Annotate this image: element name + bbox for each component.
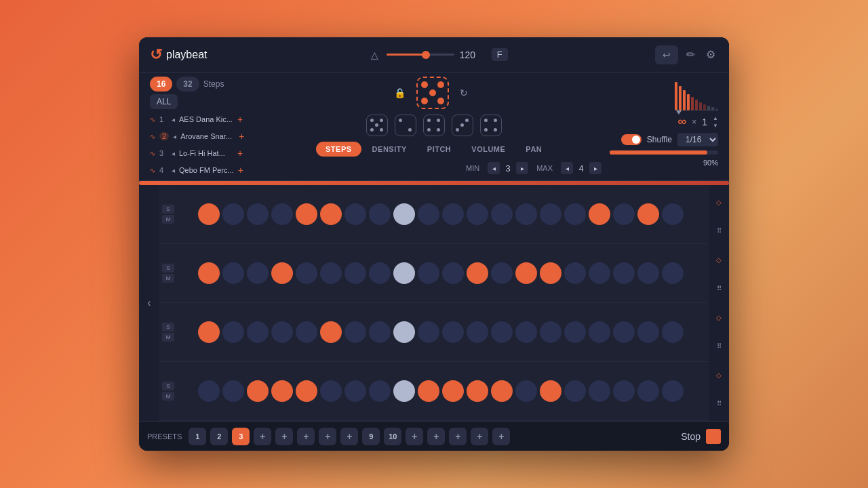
beat-1-5[interactable] [296,203,317,225]
beat-3-19[interactable] [637,321,659,343]
beat-2-6[interactable] [320,262,342,284]
preset-add-9[interactable]: + [471,428,488,445]
beat-1-13[interactable] [491,203,513,225]
refresh-icon[interactable]: ↻ [460,87,468,98]
mute-btn-4[interactable]: M [162,392,174,401]
beat-3-8[interactable] [369,321,391,343]
lock-icon[interactable]: 🔒 [394,87,406,98]
mute-btn-1[interactable]: M [162,215,174,224]
beat-3-11[interactable] [442,321,464,343]
beat-3-5[interactable] [296,321,317,343]
mute-btn-3[interactable]: M [162,333,174,342]
beat-2-8[interactable] [369,262,391,284]
beat-1-18[interactable] [613,203,635,225]
beat-4-11[interactable] [442,380,464,402]
beat-3-16[interactable] [564,321,586,343]
beat-1-16[interactable] [564,203,586,225]
beat-3-17[interactable] [589,321,610,343]
dice-steps[interactable] [366,115,388,136]
track-add-2[interactable]: + [239,131,244,142]
dice-pan[interactable] [480,115,502,136]
beat-1-20[interactable] [662,203,684,225]
beat-4-6[interactable] [320,380,342,402]
beat-2-11[interactable] [442,262,464,284]
beat-3-14[interactable] [515,321,537,343]
diamond-icon-1[interactable]: ◇ [716,199,722,206]
beat-1-14[interactable] [515,203,537,225]
all-button[interactable]: ALL [150,94,178,109]
dice-density[interactable] [395,115,416,136]
beat-4-2[interactable] [222,380,244,402]
beat-2-14[interactable] [515,262,537,284]
beat-1-15[interactable] [540,203,561,225]
key-badge[interactable]: F [492,48,508,61]
beat-2-19[interactable] [637,262,659,284]
diamond-icon-3[interactable]: ◇ [716,314,722,321]
preset-add-8[interactable]: + [449,428,467,445]
beat-3-9[interactable] [393,321,415,343]
loop-up-button[interactable]: ▲ [713,115,718,121]
grid-icon-4[interactable]: ⠿ [717,400,722,407]
beat-4-20[interactable] [662,380,684,402]
beat-4-16[interactable] [564,380,586,402]
min-dec-button[interactable]: ◂ [488,162,500,174]
track-add-4[interactable]: + [238,165,243,176]
shuffle-toggle[interactable] [621,134,642,145]
track-prev-3[interactable]: ◂ [172,150,175,157]
beat-1-17[interactable] [589,203,610,225]
track-prev-4[interactable]: ◂ [172,167,175,174]
beat-1-10[interactable] [418,203,439,225]
beat-3-6[interactable] [320,321,342,343]
preset-add-7[interactable]: + [427,428,445,445]
preset-add-2[interactable]: + [275,428,293,445]
solo-btn-2[interactable]: S [162,264,174,272]
beat-2-12[interactable] [467,262,488,284]
beat-4-13[interactable] [491,380,513,402]
preset-1-button[interactable]: 1 [189,428,206,445]
beat-1-3[interactable] [247,203,269,225]
beat-3-18[interactable] [613,321,635,343]
beat-4-3[interactable] [247,380,269,402]
scroll-track[interactable] [139,181,729,185]
beat-2-18[interactable] [613,262,635,284]
tempo-slider-thumb[interactable] [422,51,430,59]
preset-add-6[interactable]: + [406,428,423,445]
beat-1-4[interactable] [271,203,293,225]
mute-btn-2[interactable]: M [162,274,174,283]
max-dec-button[interactable]: ◂ [561,162,573,174]
beat-1-7[interactable] [344,203,366,225]
beat-4-15[interactable] [540,380,561,402]
fraction-select[interactable]: 1/16 1/8 1/4 [677,133,718,146]
max-inc-button[interactable]: ▸ [589,162,601,174]
tab-steps[interactable]: STEPS [316,142,361,157]
beat-1-19[interactable] [637,203,659,225]
beat-3-3[interactable] [247,321,269,343]
solo-btn-1[interactable]: S [162,205,174,214]
beat-4-9[interactable] [393,380,415,402]
beat-4-19[interactable] [637,380,659,402]
prev-page-button[interactable]: ‹ [139,185,159,421]
preset-add-3[interactable]: + [297,428,315,445]
beat-4-10[interactable] [418,380,439,402]
beat-2-10[interactable] [418,262,439,284]
step-32-button[interactable]: 32 [176,77,199,92]
beat-4-18[interactable] [613,380,635,402]
grid-icon-1[interactable]: ⠿ [717,227,722,235]
stop-button[interactable]: Stop [681,431,701,442]
beat-3-12[interactable] [467,321,488,343]
beat-3-15[interactable] [540,321,561,343]
beat-4-4[interactable] [271,380,293,402]
beat-2-15[interactable] [540,262,561,284]
beat-3-13[interactable] [491,321,513,343]
tab-pan[interactable]: PAN [516,142,551,157]
min-inc-button[interactable]: ▸ [516,162,528,174]
beat-1-9[interactable] [393,203,415,225]
track-add-3[interactable]: + [237,148,243,159]
track-add-1[interactable]: + [237,114,243,125]
beat-2-13[interactable] [491,262,513,284]
beat-2-3[interactable] [247,262,269,284]
track-prev-2[interactable]: ◂ [173,133,176,140]
beat-4-17[interactable] [589,380,610,402]
beat-3-20[interactable] [662,321,684,343]
dice-volume[interactable] [452,115,473,136]
